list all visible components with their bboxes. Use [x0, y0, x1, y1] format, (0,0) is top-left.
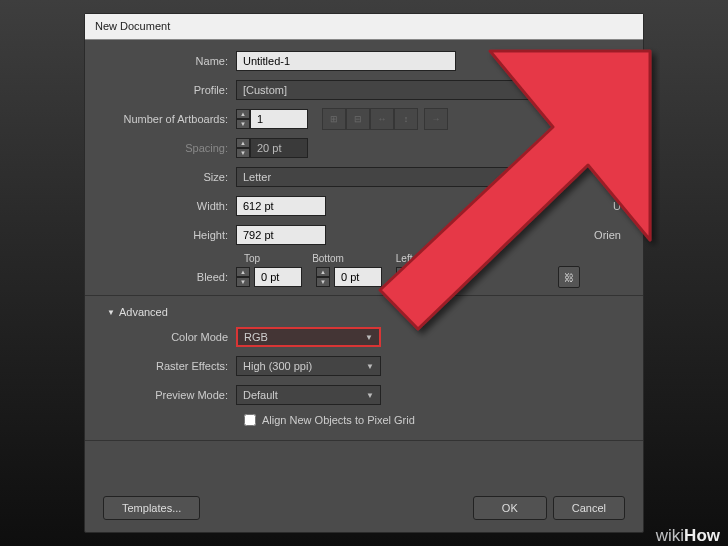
profile-dropdown-arrow[interactable]: ▼: [545, 79, 569, 101]
width-input[interactable]: [236, 196, 326, 216]
arrange-col-icon[interactable]: ↕: [394, 108, 418, 130]
new-document-dialog: New Document Name: Profile: [Custom] ▼ N…: [84, 13, 644, 533]
bleed-top-input[interactable]: [254, 267, 302, 287]
size-label: Size:: [101, 171, 236, 183]
spacing-stepper[interactable]: ▲▼: [236, 138, 250, 158]
window-titlebar: New Document: [85, 14, 643, 40]
height-label: Height:: [101, 229, 236, 241]
raster-label: Raster Effects:: [101, 360, 236, 372]
bleed-bottom-label: Bottom: [312, 253, 344, 264]
units-label: U: [613, 200, 627, 212]
bleed-left-input[interactable]: [414, 267, 452, 287]
bleed-left-label: Left: [396, 253, 413, 264]
chevron-down-icon: ▼: [366, 362, 374, 371]
chevron-down-icon: ▼: [366, 391, 374, 400]
preview-label: Preview Mode:: [101, 389, 236, 401]
name-input[interactable]: [236, 51, 456, 71]
spacing-label: Spacing:: [101, 142, 236, 154]
bleed-left-stepper[interactable]: ▲▼: [396, 267, 410, 287]
artboards-stepper[interactable]: ▲▼: [236, 109, 250, 129]
artboards-input[interactable]: [250, 109, 308, 129]
align-pixel-grid-label: Align New Objects to Pixel Grid: [262, 414, 415, 426]
arrange-row-icon[interactable]: ↔: [370, 108, 394, 130]
advanced-section-header[interactable]: ▼ Advanced: [107, 306, 627, 318]
templates-button[interactable]: Templates...: [103, 496, 200, 520]
arrange-rtl-icon[interactable]: →: [424, 108, 448, 130]
bleed-top-label: Top: [244, 253, 260, 264]
divider: [85, 440, 643, 441]
preview-dropdown[interactable]: Default▼: [236, 385, 381, 405]
width-label: Width:: [101, 200, 236, 212]
artboards-label: Number of Artboards:: [101, 113, 236, 125]
bleed-label: Bleed:: [101, 271, 236, 283]
size-dropdown[interactable]: Letter: [236, 167, 541, 187]
spacing-input: [250, 138, 308, 158]
wikihow-watermark: wikiHow: [656, 526, 720, 546]
cancel-button[interactable]: Cancel: [553, 496, 625, 520]
profile-label: Profile:: [101, 84, 236, 96]
orientation-label: Orien: [594, 229, 627, 241]
dialog-content: Name: Profile: [Custom] ▼ Number of Artb…: [85, 40, 643, 457]
chevron-down-icon: ▼: [365, 333, 373, 342]
grid-by-col-icon[interactable]: ⊟: [346, 108, 370, 130]
color-mode-dropdown[interactable]: RGB▼: [236, 327, 381, 347]
profile-dropdown[interactable]: [Custom]: [236, 80, 541, 100]
align-pixel-grid-checkbox[interactable]: [244, 414, 256, 426]
height-input[interactable]: [236, 225, 326, 245]
disclosure-triangle-icon: ▼: [107, 308, 115, 317]
link-bleed-icon[interactable]: ⛓: [558, 266, 580, 288]
bleed-top-stepper[interactable]: ▲▼: [236, 267, 250, 287]
columns-label: Columns:: [575, 142, 627, 154]
name-label: Name:: [101, 55, 236, 67]
divider: [85, 295, 643, 296]
raster-dropdown[interactable]: High (300 ppi)▼: [236, 356, 381, 376]
bleed-bottom-stepper[interactable]: ▲▼: [316, 267, 330, 287]
grid-by-row-icon[interactable]: ⊞: [322, 108, 346, 130]
color-mode-label: Color Mode: [101, 331, 236, 343]
ok-button[interactable]: OK: [473, 496, 547, 520]
window-title: New Document: [95, 20, 170, 32]
bleed-bottom-input[interactable]: [334, 267, 382, 287]
